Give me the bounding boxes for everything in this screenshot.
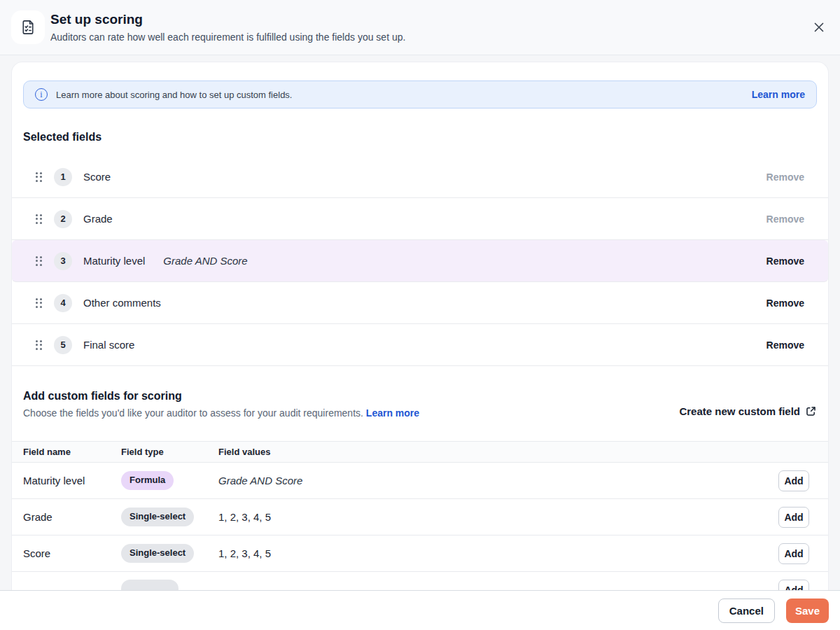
custom-fields-learn-more-link[interactable]: Learn more xyxy=(366,407,419,419)
close-button[interactable] xyxy=(809,18,829,37)
column-header-field-values: Field values xyxy=(218,442,766,463)
create-new-custom-field-link[interactable]: Create new custom field xyxy=(679,405,817,419)
order-badge: 2 xyxy=(54,210,72,228)
table-row: Maturity level Formula Grade AND Score A… xyxy=(12,463,828,499)
field-type-badge: Formula xyxy=(121,471,174,489)
header-text: Set up scoring Auditors can rate how wel… xyxy=(50,12,405,43)
cell-field-values: 1, 2, 3, 4, 5 xyxy=(218,511,271,523)
external-link-icon xyxy=(805,405,817,417)
remove-button[interactable]: Remove xyxy=(766,214,804,225)
remove-button[interactable]: Remove xyxy=(766,255,804,267)
page-subtitle: Auditors can rate how well each requirem… xyxy=(50,31,405,43)
info-banner: i Learn more about scoring and how to se… xyxy=(23,80,817,108)
page-title: Set up scoring xyxy=(50,12,405,28)
drag-handle-icon[interactable] xyxy=(36,340,42,350)
field-name-label: Grade xyxy=(83,213,113,225)
cell-field-name xyxy=(12,572,121,591)
order-badge: 4 xyxy=(54,294,72,312)
selected-fields-list: 1 Score Remove 2 Grade Remove 3 Maturity… xyxy=(12,156,828,366)
modal-header: Set up scoring Auditors can rate how wel… xyxy=(0,0,840,55)
selected-field-row: 4 Other comments Remove xyxy=(12,282,828,324)
drag-handle-icon[interactable] xyxy=(36,214,42,224)
column-header-actions xyxy=(766,442,828,463)
drag-handle-icon[interactable] xyxy=(36,298,42,308)
field-name-label: Final score xyxy=(83,339,134,351)
cell-field-name: Score xyxy=(12,536,121,572)
selected-field-row: 5 Final score Remove xyxy=(12,324,828,366)
order-badge: 3 xyxy=(54,252,72,270)
remove-button[interactable]: Remove xyxy=(766,298,804,309)
save-button[interactable]: Save xyxy=(786,598,829,623)
field-type-badge: Single-select xyxy=(121,507,194,526)
close-icon xyxy=(813,22,825,33)
order-badge: 1 xyxy=(54,168,72,186)
banner-learn-more-link[interactable]: Learn more xyxy=(752,89,805,100)
custom-fields-description-text: Choose the fields you'd like your audito… xyxy=(23,407,363,419)
cell-field-values: Grade AND Score xyxy=(218,475,302,486)
drag-handle-icon[interactable] xyxy=(36,172,42,182)
field-type-badge xyxy=(121,580,178,590)
remove-button[interactable]: Remove xyxy=(766,172,804,183)
cancel-button[interactable]: Cancel xyxy=(718,598,775,623)
selected-fields-heading: Selected fields xyxy=(23,131,817,144)
table-row: Grade Single-select 1, 2, 3, 4, 5 Add xyxy=(12,499,828,536)
field-name-label: Score xyxy=(83,171,111,183)
scoring-checklist-icon xyxy=(19,18,37,36)
selected-field-row: 1 Score Remove xyxy=(12,156,828,198)
field-formula-label: Grade AND Score xyxy=(163,255,247,267)
custom-fields-header-text: Add custom fields for scoring Choose the… xyxy=(23,390,419,419)
field-name-label: Other comments xyxy=(83,297,161,309)
table-row: Score Single-select 1, 2, 3, 4, 5 Add xyxy=(12,536,828,572)
cell-field-name: Grade xyxy=(12,499,121,536)
selected-field-row-highlighted: 3 Maturity level Grade AND Score Remove xyxy=(12,240,828,282)
add-button[interactable]: Add xyxy=(778,470,809,491)
table-header-row: Field name Field type Field values xyxy=(12,442,828,463)
column-header-field-type: Field type xyxy=(121,442,218,463)
remove-button[interactable]: Remove xyxy=(766,340,804,351)
cell-field-values: 1, 2, 3, 4, 5 xyxy=(218,547,271,559)
table-row-partially-visible: Add xyxy=(12,572,828,591)
field-type-badge: Single-select xyxy=(121,544,194,562)
field-name-label: Maturity level xyxy=(83,255,145,267)
custom-fields-heading: Add custom fields for scoring xyxy=(23,390,419,402)
info-icon: i xyxy=(35,88,48,101)
add-button[interactable]: Add xyxy=(778,507,809,528)
modal-footer: Cancel Save xyxy=(0,590,840,630)
add-button[interactable]: Add xyxy=(778,543,809,564)
scoring-icon-tile xyxy=(11,10,45,44)
modal-body: i Learn more about scoring and how to se… xyxy=(0,55,840,590)
create-new-custom-field-label: Create new custom field xyxy=(679,405,800,417)
custom-fields-header: Add custom fields for scoring Choose the… xyxy=(23,390,817,419)
drag-handle-icon[interactable] xyxy=(36,256,42,266)
banner-text: Learn more about scoring and how to set … xyxy=(56,90,292,100)
selected-field-row: 2 Grade Remove xyxy=(12,198,828,240)
custom-fields-table: Field name Field type Field values Matur… xyxy=(12,441,828,590)
custom-fields-description: Choose the fields you'd like your audito… xyxy=(23,407,419,419)
order-badge: 5 xyxy=(54,336,72,354)
add-button[interactable]: Add xyxy=(778,580,809,591)
column-header-field-name: Field name xyxy=(12,442,121,463)
cell-field-values xyxy=(218,572,766,591)
cell-field-name: Maturity level xyxy=(12,463,121,499)
content-card: i Learn more about scoring and how to se… xyxy=(11,62,829,590)
